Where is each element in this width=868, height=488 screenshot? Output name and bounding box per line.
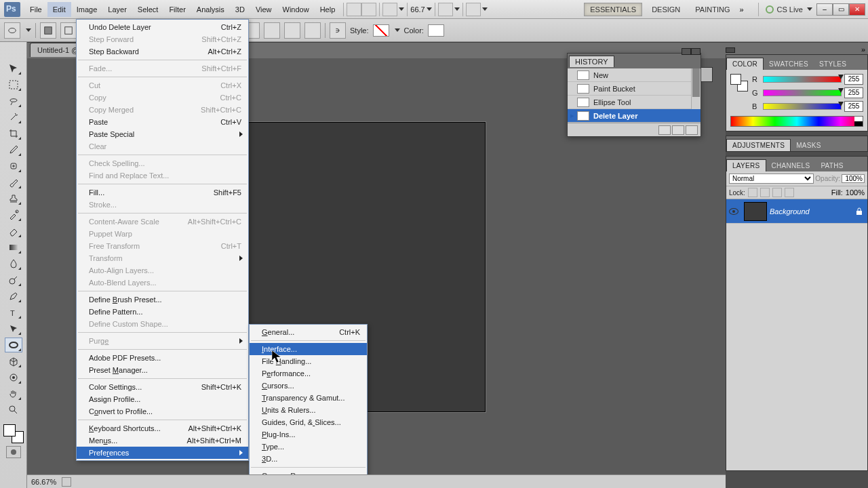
marquee-tool[interactable] [5, 77, 22, 92]
heal-tool[interactable] [5, 159, 22, 174]
menu-item[interactable]: Preferences [77, 447, 248, 459]
pen-tool[interactable] [5, 289, 22, 304]
history-row[interactable]: New [568, 68, 701, 82]
menu-item[interactable]: Keyboard Shortcuts...Alt+Shift+Ctrl+K [77, 422, 248, 434]
paths-icon[interactable] [60, 22, 77, 39]
3d-object-tool[interactable] [5, 354, 22, 369]
close-button[interactable]: ✕ [849, 3, 865, 16]
tab-masks[interactable]: MASKS [791, 140, 827, 151]
menu-item[interactable]: Fill...Shift+F5 [77, 186, 248, 199]
menu-item[interactable]: Define Pattern... [77, 306, 248, 318]
b-value[interactable]: 255 [844, 101, 863, 112]
tab-color[interactable]: COLOR [726, 58, 764, 70]
menu-item[interactable]: Guides, Grid, & Slices... [250, 416, 367, 428]
arrange-docs-icon[interactable] [438, 3, 453, 16]
tab-styles[interactable]: STYLES [814, 58, 852, 70]
fill-value[interactable]: 100% [846, 188, 865, 197]
menu-item[interactable]: Type... [250, 441, 367, 453]
chevron-down-icon[interactable] [399, 7, 404, 11]
menu-item[interactable]: Interface... [250, 343, 367, 355]
color-swatch[interactable] [428, 24, 444, 37]
visibility-toggle[interactable] [726, 208, 741, 215]
tab-paths[interactable]: PATHS [815, 160, 848, 171]
menu-help[interactable]: Help [315, 2, 341, 17]
menu-item[interactable]: Step BackwardAlt+Ctrl+Z [77, 45, 248, 58]
menu-item[interactable]: Preset Manager... [77, 364, 248, 376]
path-intersect-icon[interactable] [284, 22, 300, 39]
menu-file[interactable]: File [24, 2, 47, 17]
collapse-left-icon[interactable] [682, 48, 691, 55]
menu-item[interactable]: Transparency & Gamut... [250, 392, 367, 404]
stamp-tool[interactable] [5, 191, 22, 206]
gradient-tool[interactable] [5, 240, 22, 255]
history-row[interactable]: Paint Bucket [568, 82, 701, 96]
menu-edit[interactable]: Edit [47, 2, 71, 17]
menu-item[interactable]: Define Brush Preset... [77, 293, 248, 306]
delete-state-icon[interactable] [686, 125, 698, 135]
menu-item[interactable]: Paste Special [77, 128, 248, 140]
tool-preset-icon[interactable] [4, 22, 20, 39]
history-row[interactable]: Ellipse Tool [568, 96, 701, 109]
new-snapshot-icon[interactable] [672, 125, 684, 135]
path-select-tool[interactable] [5, 321, 22, 336]
menu-item[interactable]: File Handling... [250, 355, 367, 367]
screen-mode-icon[interactable] [466, 3, 481, 16]
tab-layers[interactable]: LAYERS [726, 159, 766, 171]
tab-history[interactable]: HISTORY [569, 56, 614, 67]
launch-minibridge-icon[interactable] [361, 3, 376, 16]
tab-channels[interactable]: CHANNELS [766, 160, 816, 171]
lock-all-icon[interactable] [785, 188, 794, 197]
3d-camera-tool[interactable] [5, 370, 22, 385]
new-doc-from-state-icon[interactable] [658, 125, 671, 135]
view-extras-icon[interactable] [382, 3, 397, 16]
menu-item[interactable]: Cursors... [250, 380, 367, 392]
layer-row[interactable]: Background [726, 199, 867, 224]
brush-tool[interactable] [5, 175, 22, 190]
lock-transparent-icon[interactable] [748, 188, 757, 197]
r-value[interactable]: 255 [844, 74, 863, 85]
menu-item[interactable]: PasteCtrl+V [77, 116, 248, 128]
menu-item[interactable]: Convert to Profile... [77, 405, 248, 418]
minimize-button[interactable]: – [816, 3, 833, 16]
tab-swatches[interactable]: SWATCHES [764, 58, 814, 70]
workspace-essentials[interactable]: ESSENTIALS [584, 3, 642, 16]
history-row[interactable]: ▸Delete Layer [568, 109, 701, 123]
move-tool[interactable] [5, 61, 22, 76]
path-subtract-icon[interactable] [264, 22, 280, 39]
menu-select[interactable]: Select [132, 2, 164, 17]
menu-item[interactable]: Adobe PDF Presets... [77, 352, 248, 364]
r-slider[interactable] [763, 76, 842, 83]
menu-window[interactable]: Window [277, 2, 315, 17]
menu-item[interactable]: Undo Delete LayerCtrl+Z [77, 21, 248, 33]
type-tool[interactable]: T [5, 305, 22, 320]
menu-view[interactable]: View [250, 2, 277, 17]
workspace-painting[interactable]: PAINTING [690, 3, 735, 16]
chevron-down-icon[interactable] [395, 28, 400, 32]
workspace-more-icon[interactable]: » [739, 5, 751, 14]
chevron-down-icon[interactable] [26, 28, 31, 32]
history-dock-icon[interactable] [701, 67, 713, 82]
lasso-tool[interactable] [5, 94, 22, 108]
history-brush-tool[interactable] [5, 207, 22, 222]
hand-tool[interactable] [5, 386, 22, 401]
close-panel-icon[interactable] [691, 48, 701, 55]
path-exclude-icon[interactable] [304, 22, 321, 39]
opacity-value[interactable]: 100% [842, 174, 865, 183]
link-dims-icon[interactable] [330, 22, 346, 39]
lock-image-icon[interactable] [760, 188, 770, 197]
quick-mask-icon[interactable] [6, 446, 21, 458]
g-value[interactable]: 255 [844, 87, 863, 98]
menu-layer[interactable]: Layer [102, 2, 132, 17]
zoom-tool[interactable] [5, 403, 22, 418]
menu-item[interactable]: Assign Profile... [77, 393, 248, 405]
cs-live[interactable]: CS Live [766, 5, 812, 14]
expand-panels-icon[interactable] [726, 47, 735, 53]
menu-item[interactable]: Menus...Alt+Shift+Ctrl+M [77, 434, 248, 447]
menu-analysis[interactable]: Analysis [191, 2, 230, 17]
tab-adjustments[interactable]: ADJUSTMENTS [726, 139, 791, 151]
lock-position-icon[interactable] [772, 188, 782, 197]
maximize-button[interactable]: ▭ [833, 3, 849, 16]
dodge-tool[interactable] [5, 272, 22, 287]
menu-item[interactable]: 3D... [250, 453, 367, 465]
menu-item[interactable]: General...Ctrl+K [250, 326, 367, 338]
